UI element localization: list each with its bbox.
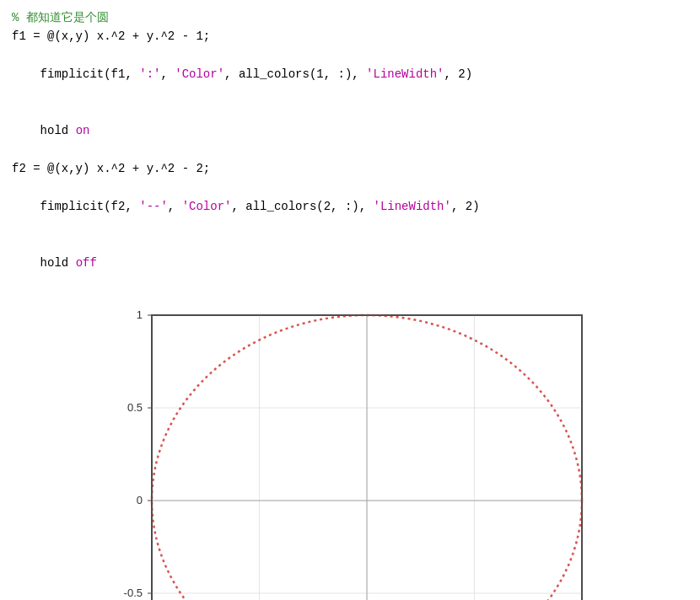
code-line-5: f2 = @(x,y) x.^2 + y.^2 - 2; <box>12 159 688 178</box>
code-line-7: hold off <box>12 235 688 292</box>
code-text: , <box>160 67 175 81</box>
svg-text:0: 0 <box>137 494 143 506</box>
plot-area: -1 -0.5 0 0.5 1 1 0.5 0 - <box>0 298 700 600</box>
code-text: , all_colors(2, :), <box>231 200 373 213</box>
code-string-6: 'LineWidth' <box>374 200 451 213</box>
code-text: , all_colors(1, :), <box>224 67 366 81</box>
code-text: , 2) <box>444 67 473 81</box>
code-line-1: % 都知道它是个圆 <box>12 8 688 27</box>
code-text: fimplicit(f2, <box>40 200 140 213</box>
code-string-3: 'LineWidth' <box>366 67 444 81</box>
off-keyword: off <box>76 256 97 270</box>
plot-container: -1 -0.5 0 0.5 1 1 0.5 0 - <box>105 307 595 600</box>
code-string-5: 'Color' <box>182 200 232 213</box>
code-string-2: 'Color' <box>175 67 224 81</box>
code-text: fimplicit(f1, <box>40 67 140 81</box>
on-keyword: on <box>76 124 90 137</box>
code-line-3: fimplicit(f1, ':', 'Color', all_colors(1… <box>12 46 688 103</box>
plot-svg: -1 -0.5 0 0.5 1 1 0.5 0 - <box>105 307 595 600</box>
hold-keyword-2: hold <box>40 256 76 270</box>
code-string-1: ':' <box>139 67 160 81</box>
code-line-6: fimplicit(f2, '--', 'Color', all_colors(… <box>12 179 688 235</box>
svg-text:-0.5: -0.5 <box>124 587 143 599</box>
svg-text:0.5: 0.5 <box>127 401 143 414</box>
hold-keyword: hold <box>40 124 76 137</box>
code-string-4: '--' <box>139 200 168 213</box>
code-line-4: hold on <box>12 103 688 159</box>
code-section: % 都知道它是个圆 f1 = @(x,y) x.^2 + y.^2 - 1; f… <box>0 0 700 298</box>
svg-text:1: 1 <box>137 308 143 321</box>
code-text: , <box>168 200 182 213</box>
code-text: , 2) <box>451 200 480 213</box>
code-line-2: f1 = @(x,y) x.^2 + y.^2 - 1; <box>12 27 688 46</box>
